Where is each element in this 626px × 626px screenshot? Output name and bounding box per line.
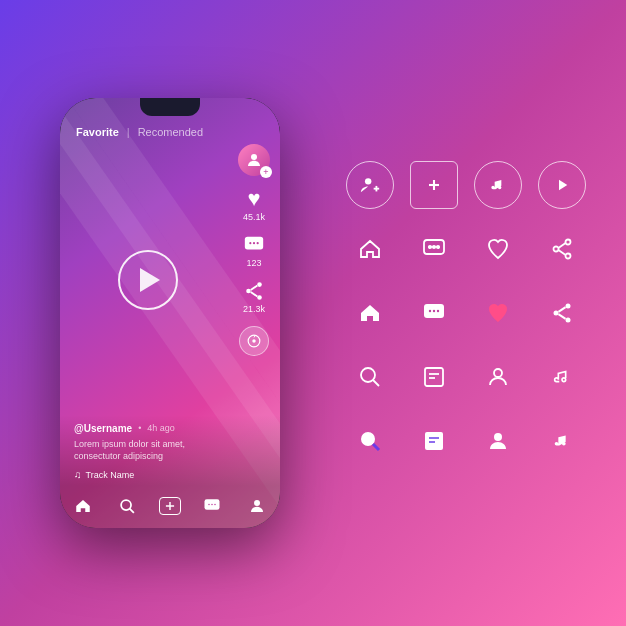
- svg-point-3: [253, 242, 255, 244]
- home-outline-icon[interactable]: [346, 225, 394, 273]
- svg-point-31: [437, 246, 439, 248]
- comment-count: 123: [246, 258, 261, 268]
- music-disc-icon: [239, 326, 269, 356]
- time-label: •: [138, 423, 141, 433]
- heart-icon: ♥: [247, 188, 260, 210]
- svg-marker-27: [559, 180, 567, 191]
- svg-point-18: [211, 504, 213, 506]
- svg-line-13: [130, 508, 134, 512]
- svg-point-42: [554, 311, 559, 316]
- svg-point-43: [566, 318, 571, 323]
- svg-point-21: [365, 178, 371, 184]
- svg-point-32: [566, 240, 571, 245]
- svg-line-9: [251, 292, 258, 296]
- svg-line-8: [251, 286, 258, 290]
- user-outline-icon[interactable]: [474, 353, 522, 401]
- search-outline-icon[interactable]: [346, 353, 394, 401]
- heart-filled-icon[interactable]: [474, 289, 522, 337]
- nav-chat-button[interactable]: [198, 494, 226, 518]
- username-label: @Username: [74, 423, 132, 434]
- phone-screen: Favorite | Recomended: [60, 98, 280, 528]
- music-filled-icon[interactable]: [538, 417, 586, 465]
- note-outline-icon[interactable]: [410, 353, 458, 401]
- svg-point-41: [566, 304, 571, 309]
- search-filled-icon[interactable]: [346, 417, 394, 465]
- play-button[interactable]: [118, 250, 178, 310]
- svg-point-29: [429, 246, 431, 248]
- svg-point-20: [254, 500, 260, 506]
- svg-point-0: [251, 154, 257, 160]
- like-count: 45.1k: [243, 212, 265, 222]
- phone-mockup: Favorite | Recomended: [60, 98, 280, 528]
- svg-point-6: [246, 289, 251, 294]
- svg-rect-55: [425, 432, 443, 450]
- bottom-nav: [60, 486, 280, 528]
- svg-point-52: [562, 378, 566, 382]
- share-outline-icon[interactable]: [538, 225, 586, 273]
- chat-icon: [243, 234, 265, 256]
- share-icon: [243, 280, 265, 302]
- svg-point-19: [214, 504, 216, 506]
- user-add-outlined-icon[interactable]: [346, 161, 394, 209]
- svg-point-33: [554, 247, 559, 252]
- time-ago-label: 4h ago: [147, 423, 175, 433]
- svg-point-26: [498, 186, 501, 189]
- svg-line-54: [373, 444, 379, 450]
- music-note-outlined-icon[interactable]: [474, 161, 522, 209]
- user-filled-icon[interactable]: [474, 417, 522, 465]
- music-outline-icon[interactable]: [538, 353, 586, 401]
- music-disc-button[interactable]: [239, 326, 269, 356]
- play-triangle-icon: [140, 268, 160, 292]
- heart-outline-icon[interactable]: [474, 225, 522, 273]
- home-filled-icon[interactable]: [346, 289, 394, 337]
- svg-point-53: [361, 432, 375, 446]
- sidebar-icons: ♥ 45.1k 123: [238, 146, 270, 355]
- svg-point-40: [437, 310, 439, 312]
- svg-point-5: [257, 283, 262, 288]
- screen-main: ♥ 45.1k 123: [60, 146, 280, 415]
- share-count: 21.3k: [243, 304, 265, 314]
- svg-line-35: [558, 243, 565, 248]
- svg-line-36: [558, 250, 565, 255]
- svg-point-46: [361, 368, 375, 382]
- comment-button[interactable]: 123: [243, 234, 265, 268]
- svg-point-38: [429, 310, 431, 312]
- chat-filled-icon[interactable]: [410, 289, 458, 337]
- tab-recommended[interactable]: Recomended: [138, 126, 203, 138]
- music-note-icon: ♫: [74, 469, 82, 480]
- nav-profile-button[interactable]: [243, 494, 271, 518]
- svg-line-47: [373, 380, 379, 386]
- svg-point-7: [257, 296, 262, 301]
- share-button[interactable]: 21.3k: [243, 280, 265, 314]
- nav-search-button[interactable]: [114, 494, 142, 518]
- add-video-outlined-icon[interactable]: [410, 161, 458, 209]
- svg-point-51: [494, 369, 502, 377]
- follow-user-button[interactable]: [238, 144, 270, 176]
- svg-point-2: [249, 242, 251, 244]
- nav-home-button[interactable]: [69, 494, 97, 518]
- share-filled-icon[interactable]: [538, 289, 586, 337]
- tab-favorite[interactable]: Favorite: [76, 126, 119, 138]
- user-avatar-icon: [238, 144, 270, 176]
- svg-point-11: [252, 340, 256, 344]
- svg-line-45: [558, 314, 565, 319]
- caption-text: Lorem ipsum dolor sit amet,consectutor a…: [74, 438, 266, 463]
- svg-point-4: [257, 242, 259, 244]
- tab-divider: |: [127, 126, 130, 138]
- svg-point-12: [121, 500, 131, 510]
- svg-point-39: [433, 310, 435, 312]
- svg-point-34: [566, 254, 571, 259]
- chat-outline-icon[interactable]: [410, 225, 458, 273]
- play-outlined-icon[interactable]: [538, 161, 586, 209]
- phone-notch: [140, 98, 200, 116]
- track-name: Track Name: [86, 470, 135, 480]
- icon-grid: [346, 161, 586, 465]
- like-button[interactable]: ♥ 45.1k: [243, 188, 265, 222]
- nav-add-button[interactable]: [159, 497, 181, 515]
- svg-point-59: [562, 442, 566, 446]
- track-line: ♫ Track Name: [74, 469, 266, 480]
- svg-point-30: [433, 246, 435, 248]
- note-filled-icon[interactable]: [410, 417, 458, 465]
- svg-point-17: [208, 504, 210, 506]
- svg-line-44: [558, 307, 565, 312]
